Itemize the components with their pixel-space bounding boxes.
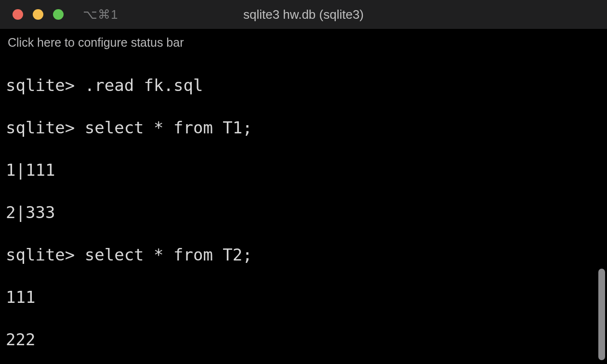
terminal-line: 111 bbox=[6, 286, 607, 308]
shortcut-label: ⌥⌘1 bbox=[83, 7, 118, 22]
window-controls bbox=[13, 9, 64, 20]
scrollbar-track[interactable] bbox=[596, 34, 605, 360]
prompt: sqlite> bbox=[6, 76, 85, 95]
prompt: sqlite> bbox=[6, 118, 85, 137]
scrollbar-thumb[interactable] bbox=[598, 269, 605, 360]
terminal-line: sqlite> select * from T2; bbox=[6, 244, 607, 265]
command-text: select * from T2; bbox=[85, 245, 252, 264]
terminal-line: 222 bbox=[6, 329, 607, 350]
minimize-window-button[interactable] bbox=[33, 9, 43, 20]
status-bar-config-link[interactable]: Click here to configure status bar bbox=[0, 29, 607, 52]
command-text: .read fk.sql bbox=[85, 76, 203, 95]
terminal-line: sqlite> select * from T1; bbox=[6, 117, 607, 138]
terminal-output[interactable]: sqlite> .read fk.sql sqlite> select * fr… bbox=[0, 52, 607, 364]
terminal-line: sqlite> .read fk.sql bbox=[6, 75, 607, 96]
prompt: sqlite> bbox=[6, 245, 85, 264]
title-bar: ⌥⌘1 sqlite3 hw.db (sqlite3) bbox=[0, 0, 607, 29]
zoom-window-button[interactable] bbox=[53, 9, 64, 20]
terminal-line: 2|333 bbox=[6, 202, 607, 223]
terminal-line: 1|111 bbox=[6, 159, 607, 181]
close-window-button[interactable] bbox=[13, 9, 23, 20]
command-text: select * from T1; bbox=[85, 118, 252, 137]
